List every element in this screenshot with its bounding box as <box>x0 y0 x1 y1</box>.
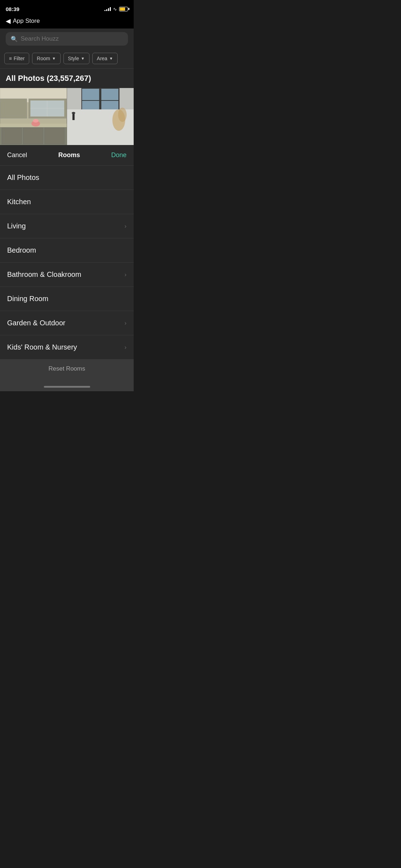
cancel-button[interactable]: Cancel <box>7 151 27 159</box>
filter-label: Filter <box>14 56 25 61</box>
signal-icon <box>104 7 111 11</box>
all-photos-heading: All Photos (23,557,267) <box>0 69 134 88</box>
done-button[interactable]: Done <box>111 151 127 159</box>
room-list-item[interactable]: Kids' Room & Nursery› <box>0 335 134 360</box>
svg-rect-4 <box>2 128 21 144</box>
room-item-label: Living <box>7 222 26 230</box>
status-time: 08:39 <box>6 6 19 12</box>
app-store-label: App Store <box>13 17 40 25</box>
room-list-item[interactable]: Bathroom & Cloakroom› <box>0 263 134 287</box>
svg-point-22 <box>118 108 127 122</box>
room-item-chevron-icon: › <box>124 223 127 230</box>
area-filter-button[interactable]: Area ▼ <box>92 53 118 64</box>
svg-point-24 <box>72 112 75 114</box>
style-label: Style <box>68 56 79 61</box>
battery-icon: ⚡ <box>119 7 128 11</box>
room-list-item[interactable]: All Photos <box>0 166 134 190</box>
area-label: Area <box>97 56 108 61</box>
room-filter-button[interactable]: Room ▼ <box>32 53 60 64</box>
search-icon: 🔍 <box>11 36 18 42</box>
reset-rooms-label: Reset Rooms <box>48 365 85 372</box>
area-chevron-icon: ▼ <box>109 56 113 61</box>
style-filter-button[interactable]: Style ▼ <box>63 53 89 64</box>
search-bar[interactable]: 🔍 <box>6 32 128 46</box>
svg-rect-5 <box>23 128 43 144</box>
room-item-label: Kids' Room & Nursery <box>7 343 77 351</box>
home-indicator <box>0 383 134 391</box>
room-item-chevron-icon: › <box>124 320 127 327</box>
room-list-item[interactable]: Bedroom <box>0 238 134 263</box>
svg-rect-17 <box>101 89 118 100</box>
svg-rect-7 <box>0 99 27 118</box>
bottom-sheet: Cancel Rooms Done All PhotosKitchenLivin… <box>0 145 134 383</box>
room-label: Room <box>37 56 50 61</box>
room-item-label: All Photos <box>7 174 39 182</box>
all-photos-title: All Photos (23,557,267) <box>6 74 91 83</box>
home-bar <box>44 386 90 388</box>
modal-title: Rooms <box>58 151 80 159</box>
wifi-icon: ∿ <box>113 6 117 12</box>
room-list: All PhotosKitchenLiving›BedroomBathroom … <box>0 166 134 360</box>
room-item-chevron-icon: › <box>124 271 127 278</box>
room-list-item[interactable]: Garden & Outdoor› <box>0 311 134 335</box>
photo-right[interactable] <box>67 88 134 145</box>
modal-header: Cancel Rooms Done <box>0 145 134 166</box>
room-item-chevron-icon: › <box>124 344 127 351</box>
reset-bar[interactable]: Reset Rooms <box>0 360 134 383</box>
back-arrow-icon[interactable]: ◀ <box>6 17 11 25</box>
svg-rect-6 <box>45 128 64 144</box>
svg-rect-16 <box>82 89 99 100</box>
filter-icon: ≡ <box>9 56 12 61</box>
style-chevron-icon: ▼ <box>81 56 85 61</box>
filter-row: ≡ Filter Room ▼ Style ▼ Area ▼ <box>0 50 134 69</box>
photo-left[interactable] <box>0 88 67 145</box>
room-item-label: Dining Room <box>7 295 48 303</box>
room-list-item[interactable]: Dining Room <box>0 287 134 311</box>
svg-point-13 <box>33 119 38 123</box>
room-item-label: Kitchen <box>7 198 31 206</box>
room-item-label: Bathroom & Cloakroom <box>7 270 81 279</box>
room-item-label: Garden & Outdoor <box>7 319 65 327</box>
room-list-item[interactable]: Kitchen <box>0 190 134 214</box>
room-chevron-icon: ▼ <box>52 56 56 61</box>
room-photo <box>67 88 134 145</box>
search-bar-container: 🔍 <box>0 29 134 50</box>
room-item-label: Bedroom <box>7 246 36 254</box>
app-store-bar: ◀ App Store <box>0 16 134 29</box>
status-icons: ∿ ⚡ <box>104 6 128 12</box>
search-input[interactable] <box>21 35 123 42</box>
photo-grid <box>0 88 134 145</box>
filter-button[interactable]: ≡ Filter <box>4 53 29 64</box>
room-list-item[interactable]: Living› <box>0 214 134 238</box>
status-bar: 08:39 ∿ ⚡ <box>0 0 134 16</box>
kitchen-photo <box>0 88 67 145</box>
